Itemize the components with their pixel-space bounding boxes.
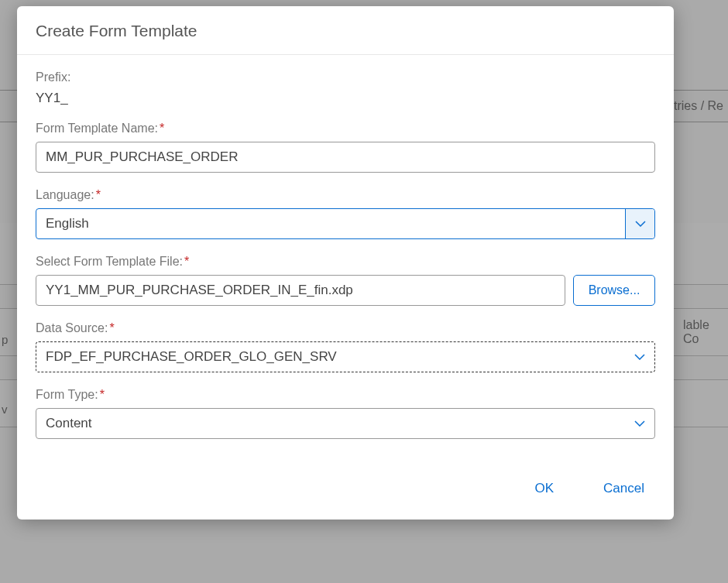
prefix-label: Prefix: bbox=[36, 70, 655, 84]
data-source-label: Data Source:* bbox=[36, 321, 655, 335]
create-form-template-dialog: Create Form Template Prefix: YY1_ Form T… bbox=[17, 6, 674, 520]
language-select-wrapper: English bbox=[36, 208, 655, 239]
label-text: Select Form Template File: bbox=[36, 255, 183, 268]
dialog-footer: OK Cancel bbox=[17, 462, 674, 520]
label-text: Data Source: bbox=[36, 321, 108, 334]
dialog-header: Create Form Template bbox=[17, 6, 674, 55]
required-asterisk: * bbox=[96, 188, 101, 201]
form-type-group: Form Type:* Content bbox=[36, 388, 655, 439]
form-type-select-wrapper: Content bbox=[36, 408, 655, 439]
data-source-select[interactable]: FDP_EF_PURCHASE_ORDER_GLO_GEN_SRV bbox=[36, 341, 655, 372]
required-asterisk: * bbox=[100, 388, 105, 401]
language-label: Language:* bbox=[36, 188, 655, 202]
template-name-input[interactable] bbox=[36, 142, 655, 173]
label-text: Form Template Name: bbox=[36, 122, 158, 135]
ok-button[interactable]: OK bbox=[526, 476, 564, 501]
required-asterisk: * bbox=[184, 255, 189, 268]
template-name-group: Form Template Name:* bbox=[36, 122, 655, 173]
form-type-select[interactable]: Content bbox=[36, 408, 655, 439]
template-name-label: Form Template Name:* bbox=[36, 122, 655, 135]
prefix-value: YY1_ bbox=[36, 91, 655, 106]
form-type-label: Form Type:* bbox=[36, 388, 655, 402]
language-group: Language:* English bbox=[36, 188, 655, 239]
label-text: Form Type: bbox=[36, 388, 98, 401]
browse-button[interactable]: Browse... bbox=[573, 275, 655, 306]
label-text: Language: bbox=[36, 188, 94, 201]
required-asterisk: * bbox=[109, 321, 114, 334]
cancel-button[interactable]: Cancel bbox=[594, 476, 654, 501]
prefix-group: Prefix: YY1_ bbox=[36, 70, 655, 106]
file-row: Browse... bbox=[36, 275, 655, 306]
template-file-input[interactable] bbox=[36, 275, 565, 306]
template-file-group: Select Form Template File:* Browse... bbox=[36, 255, 655, 306]
required-asterisk: * bbox=[160, 122, 164, 135]
data-source-select-wrapper: FDP_EF_PURCHASE_ORDER_GLO_GEN_SRV bbox=[36, 341, 655, 372]
template-file-label: Select Form Template File:* bbox=[36, 255, 655, 269]
data-source-group: Data Source:* FDP_EF_PURCHASE_ORDER_GLO_… bbox=[36, 321, 655, 372]
dialog-title: Create Form Template bbox=[36, 22, 655, 40]
dialog-body: Prefix: YY1_ Form Template Name:* Langua… bbox=[17, 55, 674, 462]
language-select[interactable]: English bbox=[36, 208, 655, 239]
